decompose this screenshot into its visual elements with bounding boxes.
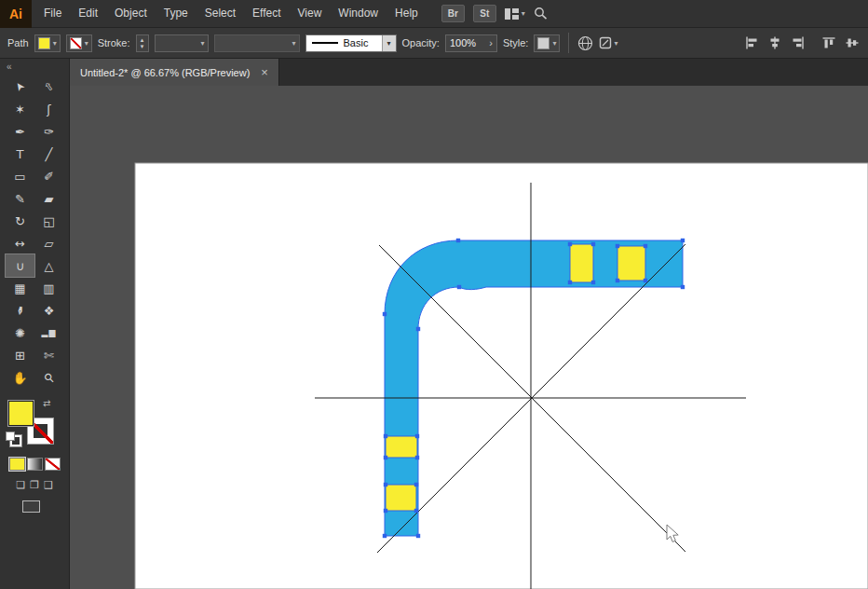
magic-wand-tool-icon: ✶ — [15, 103, 25, 116]
align-vertical-center-icon[interactable] — [846, 36, 859, 49]
eraser-tool[interactable]: ▰ — [34, 187, 63, 210]
perspective-grid-tool-icon: △ — [45, 260, 54, 272]
rotate-tool[interactable]: ↻ — [6, 210, 34, 232]
isolate-object-control[interactable]: ▾ — [599, 36, 617, 49]
symbol-sprayer-tool-icon: ✺ — [15, 327, 25, 339]
magic-wand-tool[interactable]: ✶ — [6, 98, 34, 120]
stroke-color-dropdown[interactable]: ▾ — [66, 34, 92, 52]
screen-mode-button[interactable] — [22, 500, 40, 513]
default-fill-stroke-icon[interactable] — [6, 431, 20, 444]
menu-window[interactable]: Window — [330, 0, 387, 27]
brush-name: Basic — [344, 37, 369, 48]
align-top-icon[interactable] — [822, 36, 835, 49]
stock-button[interactable]: St — [473, 5, 496, 22]
collapse-panel-icon[interactable]: « — [0, 59, 19, 75]
variable-width-profile-dropdown[interactable]: ▾ — [214, 34, 300, 52]
menu-file[interactable]: File — [35, 0, 70, 27]
opacity-value: 100% — [450, 37, 476, 48]
curvature-tool[interactable]: ✑ — [34, 120, 63, 143]
shape-builder-tool[interactable]: ∪ — [6, 254, 34, 277]
direct-selection-tool[interactable]: ⇨ — [34, 75, 63, 98]
color-type-buttons — [9, 458, 61, 471]
draw-inside-icon[interactable]: ❑ — [44, 479, 53, 491]
slice-tool-icon: ✄ — [44, 349, 54, 362]
stroke-label: Stroke: — [98, 37, 130, 48]
workspace-switcher[interactable]: ▾ — [505, 8, 525, 20]
align-left-icon[interactable] — [745, 36, 758, 49]
app-logo[interactable]: Ai — [0, 0, 32, 28]
column-graph-tool[interactable]: ▂▆ — [34, 322, 63, 344]
menu-edit[interactable]: Edit — [70, 0, 106, 27]
paintbrush-tool-icon: ✐ — [44, 171, 54, 183]
free-transform-tool[interactable]: ▱ — [34, 232, 63, 254]
direct-selection-tool-icon: ⇨ — [42, 79, 57, 93]
stepper-down-icon[interactable]: ▾ — [141, 43, 144, 49]
stroke-weight-stepper[interactable]: ▴ ▾ — [136, 34, 149, 52]
drawing-mode-buttons: ❏ ❐ ❑ — [16, 479, 53, 491]
scale-tool[interactable]: ◱ — [34, 210, 63, 232]
gradient-tool[interactable]: ▥ — [34, 277, 63, 299]
menu-object[interactable]: Object — [106, 0, 156, 27]
chevron-down-icon: ▾ — [552, 39, 556, 48]
none-button[interactable] — [45, 458, 61, 471]
zoom-tool[interactable]: ⚲ — [34, 366, 63, 389]
color-button[interactable] — [9, 458, 25, 471]
bridge-button[interactable]: Br — [441, 5, 465, 22]
chevron-down-icon: ▾ — [53, 39, 57, 48]
width-tool[interactable]: ↔ — [6, 232, 34, 254]
chevron-down-icon[interactable]: ▾ — [382, 35, 396, 51]
stroke-weight-dropdown[interactable]: ▾ — [155, 34, 209, 52]
slice-tool[interactable]: ✄ — [34, 344, 63, 366]
pen-tool[interactable]: ✒ — [6, 120, 34, 143]
mesh-tool-icon: ▦ — [14, 282, 25, 294]
opacity-panel-arrow-icon[interactable]: › — [489, 37, 493, 48]
align-right-icon[interactable] — [792, 36, 805, 49]
menu-select[interactable]: Select — [197, 0, 244, 27]
rectangle-tool-icon: ▭ — [14, 171, 25, 183]
document-tab-title: Untitled-2* @ 66.67% (RGB/Preview) — [80, 67, 250, 78]
chevron-down-icon: ▾ — [614, 39, 617, 48]
pencil-tool[interactable]: ✎ — [6, 187, 34, 210]
graphic-style-dropdown[interactable]: ▾ — [534, 34, 560, 52]
menu-help[interactable]: Help — [387, 0, 427, 27]
draw-behind-icon[interactable]: ❐ — [30, 479, 39, 491]
selection-tool[interactable]: ➤ — [6, 75, 34, 98]
type-tool[interactable]: T — [6, 143, 34, 165]
canvas-area[interactable] — [70, 86, 868, 589]
eyedropper-tool[interactable]: ✒ — [6, 299, 34, 322]
menu-type[interactable]: Type — [156, 0, 197, 27]
swap-fill-stroke-icon[interactable]: ⇄ — [43, 398, 50, 408]
fill-proxy-swatch[interactable] — [7, 400, 34, 427]
draw-normal-icon[interactable]: ❏ — [16, 479, 25, 491]
artboard-tool-icon: ⊞ — [15, 349, 25, 362]
menu-view[interactable]: View — [290, 0, 331, 27]
blend-tool[interactable]: ❖ — [34, 299, 63, 322]
width-tool-icon: ↔ — [15, 238, 25, 250]
opacity-input[interactable]: 100% › — [445, 34, 497, 52]
gradient-button[interactable] — [27, 458, 43, 471]
symbol-sprayer-tool[interactable]: ✺ — [6, 322, 34, 344]
mesh-tool[interactable]: ▦ — [6, 277, 34, 299]
brush-definition-dropdown[interactable]: Basic ▾ — [305, 34, 397, 52]
chevron-down-icon: ▾ — [201, 39, 205, 48]
stepper-up-icon[interactable]: ▴ — [141, 36, 144, 43]
perspective-grid-tool[interactable]: △ — [34, 254, 63, 277]
document-tab[interactable]: Untitled-2* @ 66.67% (RGB/Preview) × — [70, 59, 279, 86]
paintbrush-tool[interactable]: ✐ — [34, 165, 63, 187]
search-icon[interactable] — [534, 7, 549, 21]
fill-color-dropdown[interactable]: ▾ — [34, 34, 61, 52]
chevron-down-icon: ▾ — [292, 39, 296, 48]
line-segment-tool[interactable]: ╱ — [34, 143, 63, 165]
artboard[interactable] — [135, 163, 868, 589]
tools-panel: « ➤ ⇨ ✶ ʃ ✒ ✑ T ╱ ▭ ✐ ✎ ▰ ↻ ◱ ↔ ▱ ∪ △ ▦ … — [0, 59, 70, 589]
rectangle-tool[interactable]: ▭ — [6, 165, 34, 187]
align-horizontal-center-icon[interactable] — [768, 36, 781, 49]
recolor-artwork-icon[interactable] — [577, 35, 593, 51]
pen-tool-icon: ✒ — [15, 126, 25, 138]
menu-effect[interactable]: Effect — [244, 0, 289, 27]
hand-tool[interactable]: ✋ — [6, 366, 34, 389]
style-swatch — [537, 37, 549, 49]
lasso-tool[interactable]: ʃ — [34, 98, 63, 120]
tab-close-icon[interactable]: × — [261, 66, 268, 78]
artboard-tool[interactable]: ⊞ — [6, 344, 34, 366]
